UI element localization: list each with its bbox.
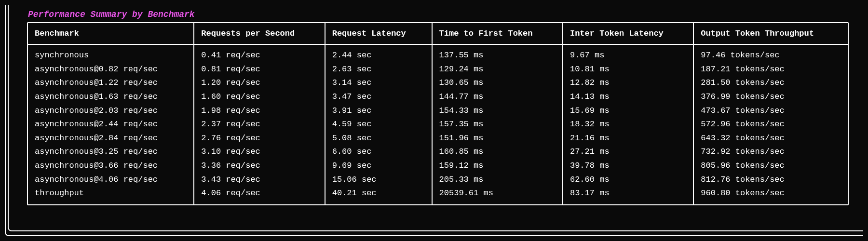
cell-latency: 4.59 sec bbox=[325, 118, 432, 132]
table-row: asynchronous@3.66 req/sec3.36 req/sec9.6… bbox=[28, 159, 848, 173]
table-row: synchronous0.41 req/sec2.44 sec137.55 ms… bbox=[28, 44, 848, 63]
cell-latency: 3.91 sec bbox=[325, 104, 432, 118]
cell-benchmark: asynchronous@3.25 req/sec bbox=[28, 145, 194, 159]
cell-latency: 3.47 sec bbox=[325, 90, 432, 104]
cell-itl: 21.16 ms bbox=[563, 132, 693, 146]
cell-latency: 2.63 sec bbox=[325, 63, 432, 77]
cell-latency: 5.08 sec bbox=[325, 132, 432, 146]
performance-summary-container: Performance Summary by Benchmark Benchma… bbox=[13, 5, 863, 210]
table-row: throughput4.06 req/sec40.21 sec20539.61 … bbox=[28, 187, 848, 204]
performance-table: Benchmark Requests per Second Request La… bbox=[28, 23, 848, 204]
cell-benchmark: asynchronous@3.66 req/sec bbox=[28, 159, 194, 173]
cell-rps: 2.76 req/sec bbox=[194, 132, 325, 146]
cell-rps: 4.06 req/sec bbox=[194, 187, 325, 204]
cell-ttft: 151.96 ms bbox=[432, 132, 563, 146]
cell-rps: 0.81 req/sec bbox=[194, 63, 325, 77]
cell-throughput: 97.46 tokens/sec bbox=[693, 44, 848, 63]
cell-rps: 1.98 req/sec bbox=[194, 104, 325, 118]
cell-benchmark: asynchronous@2.03 req/sec bbox=[28, 104, 194, 118]
cell-throughput: 643.32 tokens/sec bbox=[693, 132, 848, 146]
table-row: asynchronous@3.25 req/sec3.10 req/sec6.6… bbox=[28, 145, 848, 159]
cell-ttft: 129.24 ms bbox=[432, 63, 563, 77]
cell-ttft: 154.33 ms bbox=[432, 104, 563, 118]
cell-benchmark: asynchronous@2.84 req/sec bbox=[28, 132, 194, 146]
table-row: asynchronous@1.63 req/sec1.60 req/sec3.4… bbox=[28, 90, 848, 104]
col-header-ttft: Time to First Token bbox=[432, 23, 563, 44]
cell-rps: 2.37 req/sec bbox=[194, 118, 325, 132]
cell-itl: 9.67 ms bbox=[563, 44, 693, 63]
cell-benchmark: throughput bbox=[28, 187, 194, 204]
table-body: synchronous0.41 req/sec2.44 sec137.55 ms… bbox=[28, 44, 848, 204]
section-title: Performance Summary by Benchmark bbox=[27, 10, 849, 19]
col-header-benchmark: Benchmark bbox=[28, 23, 194, 44]
cell-ttft: 20539.61 ms bbox=[432, 187, 563, 204]
mid-panel-border: Performance Summary by Benchmark Benchma… bbox=[8, 5, 863, 231]
cell-throughput: 572.96 tokens/sec bbox=[693, 118, 848, 132]
cell-itl: 27.21 ms bbox=[563, 145, 693, 159]
col-header-itl: Inter Token Latency bbox=[563, 23, 693, 44]
outer-panel-border: Performance Summary by Benchmark Benchma… bbox=[5, 5, 863, 236]
cell-throughput: 376.99 tokens/sec bbox=[693, 90, 848, 104]
cell-latency: 6.60 sec bbox=[325, 145, 432, 159]
cell-latency: 40.21 sec bbox=[325, 187, 432, 204]
table-row: asynchronous@4.06 req/sec3.43 req/sec15.… bbox=[28, 173, 848, 187]
cell-benchmark: asynchronous@4.06 req/sec bbox=[28, 173, 194, 187]
cell-ttft: 157.35 ms bbox=[432, 118, 563, 132]
cell-latency: 2.44 sec bbox=[325, 44, 432, 63]
cell-benchmark: asynchronous@2.44 req/sec bbox=[28, 118, 194, 132]
table-row: asynchronous@2.84 req/sec2.76 req/sec5.0… bbox=[28, 132, 848, 146]
cell-throughput: 732.92 tokens/sec bbox=[693, 145, 848, 159]
table-wrapper: Benchmark Requests per Second Request La… bbox=[27, 22, 849, 205]
table-row: asynchronous@0.82 req/sec0.81 req/sec2.6… bbox=[28, 63, 848, 77]
cell-throughput: 960.80 tokens/sec bbox=[693, 187, 848, 204]
col-header-latency: Request Latency bbox=[325, 23, 432, 44]
cell-benchmark: asynchronous@1.22 req/sec bbox=[28, 76, 194, 90]
cell-rps: 3.10 req/sec bbox=[194, 145, 325, 159]
col-header-rps: Requests per Second bbox=[194, 23, 325, 44]
cell-throughput: 187.21 tokens/sec bbox=[693, 63, 848, 77]
cell-ttft: 159.12 ms bbox=[432, 159, 563, 173]
cell-rps: 3.43 req/sec bbox=[194, 173, 325, 187]
cell-benchmark: asynchronous@0.82 req/sec bbox=[28, 63, 194, 77]
cell-itl: 83.17 ms bbox=[563, 187, 693, 204]
table-row: asynchronous@2.03 req/sec1.98 req/sec3.9… bbox=[28, 104, 848, 118]
cell-throughput: 805.96 tokens/sec bbox=[693, 159, 848, 173]
cell-itl: 10.81 ms bbox=[563, 63, 693, 77]
cell-latency: 3.14 sec bbox=[325, 76, 432, 90]
cell-throughput: 812.76 tokens/sec bbox=[693, 173, 848, 187]
cell-throughput: 473.67 tokens/sec bbox=[693, 104, 848, 118]
cell-throughput: 281.50 tokens/sec bbox=[693, 76, 848, 90]
table-header-row: Benchmark Requests per Second Request La… bbox=[28, 23, 848, 44]
table-row: asynchronous@2.44 req/sec2.37 req/sec4.5… bbox=[28, 118, 848, 132]
table-row: asynchronous@1.22 req/sec1.20 req/sec3.1… bbox=[28, 76, 848, 90]
cell-itl: 62.60 ms bbox=[563, 173, 693, 187]
cell-rps: 1.60 req/sec bbox=[194, 90, 325, 104]
cell-ttft: 144.77 ms bbox=[432, 90, 563, 104]
cell-benchmark: asynchronous@1.63 req/sec bbox=[28, 90, 194, 104]
cell-rps: 1.20 req/sec bbox=[194, 76, 325, 90]
cell-latency: 9.69 sec bbox=[325, 159, 432, 173]
cell-rps: 3.36 req/sec bbox=[194, 159, 325, 173]
cell-ttft: 137.55 ms bbox=[432, 44, 563, 63]
cell-rps: 0.41 req/sec bbox=[194, 44, 325, 63]
cell-itl: 39.78 ms bbox=[563, 159, 693, 173]
cell-itl: 15.69 ms bbox=[563, 104, 693, 118]
cell-itl: 12.82 ms bbox=[563, 76, 693, 90]
cell-latency: 15.06 sec bbox=[325, 173, 432, 187]
cell-itl: 18.32 ms bbox=[563, 118, 693, 132]
cell-ttft: 160.85 ms bbox=[432, 145, 563, 159]
cell-itl: 14.13 ms bbox=[563, 90, 693, 104]
cell-ttft: 130.65 ms bbox=[432, 76, 563, 90]
cell-ttft: 205.33 ms bbox=[432, 173, 563, 187]
col-header-throughput: Output Token Throughput bbox=[693, 23, 848, 44]
cell-benchmark: synchronous bbox=[28, 44, 194, 63]
